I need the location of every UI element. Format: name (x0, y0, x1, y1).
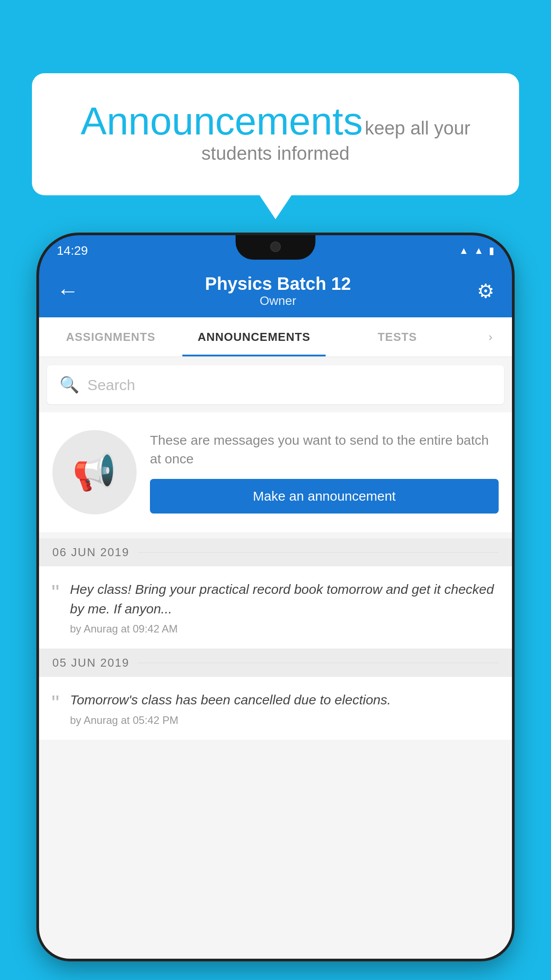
status-time: 14:29 (57, 244, 88, 258)
search-icon: 🔍 (59, 375, 79, 394)
phone-notch (236, 235, 315, 260)
announcement-text-2: Tomorrow's class has been cancelled due … (70, 690, 500, 710)
tab-announcements[interactable]: ANNOUNCEMENTS (182, 317, 326, 356)
wifi-icon: ▲ (459, 245, 468, 257)
speech-bubble-container: Announcements keep all your students inf… (32, 73, 519, 195)
megaphone-icon: 📢 (72, 451, 117, 493)
phone-content: 🔍 Search 📢 These are messages you want t… (39, 357, 512, 959)
date-separator-2: 05 JUN 2019 (39, 649, 512, 677)
announcement-content-1: Hey class! Bring your practical record b… (70, 580, 500, 635)
announcement-content-2: Tomorrow's class has been cancelled due … (70, 690, 500, 727)
promo-text: These are messages you want to send to t… (150, 431, 499, 468)
app-bar: ← Physics Batch 12 Owner ⚙ (39, 264, 512, 317)
announcement-meta-2: by Anurag at 05:42 PM (70, 714, 178, 726)
phone-frame: 14:29 ▲ ▲ ▮ ← Physics Batch 12 Owner ⚙ A… (39, 235, 512, 959)
app-bar-title-container: Physics Batch 12 Owner (83, 274, 472, 308)
speech-bubble-title: Announcements (81, 99, 363, 143)
tab-assignments[interactable]: ASSIGNMENTS (39, 317, 182, 356)
signal-icon: ▲ (474, 245, 484, 257)
quote-icon-2: " (51, 692, 59, 715)
announcement-promo: 📢 These are messages you want to send to… (39, 412, 512, 532)
back-button[interactable]: ← (52, 273, 83, 308)
app-bar-title: Physics Batch 12 (83, 274, 472, 294)
date-separator-line-1 (138, 552, 499, 553)
status-icons: ▲ ▲ ▮ (459, 245, 494, 257)
announcement-text-1: Hey class! Bring your practical record b… (70, 580, 500, 618)
announcement-item-2[interactable]: " Tomorrow's class has been cancelled du… (39, 677, 512, 740)
date-separator-text-2: 05 JUN 2019 (52, 656, 130, 670)
tab-tests[interactable]: TESTS (326, 317, 469, 356)
search-bar[interactable]: 🔍 Search (47, 365, 504, 404)
battery-icon: ▮ (489, 245, 494, 257)
quote-icon-1: " (51, 582, 59, 604)
phone-container: 14:29 ▲ ▲ ▮ ← Physics Batch 12 Owner ⚙ A… (39, 235, 512, 980)
announcement-meta-1: by Anurag at 09:42 AM (70, 623, 178, 635)
date-separator-text-1: 06 JUN 2019 (52, 545, 130, 559)
announcement-item-1[interactable]: " Hey class! Bring your practical record… (39, 566, 512, 649)
promo-icon-circle: 📢 (52, 430, 137, 514)
tab-more[interactable]: › (469, 317, 512, 356)
settings-button[interactable]: ⚙ (472, 275, 499, 307)
date-separator-line-2 (138, 663, 499, 663)
search-placeholder: Search (87, 376, 135, 394)
date-separator-1: 06 JUN 2019 (39, 538, 512, 566)
promo-right: These are messages you want to send to t… (150, 431, 499, 514)
make-announcement-button[interactable]: Make an announcement (150, 479, 499, 514)
app-bar-subtitle: Owner (83, 294, 472, 308)
phone-camera (270, 241, 281, 252)
speech-bubble: Announcements keep all your students inf… (32, 73, 519, 195)
tabs-container: ASSIGNMENTS ANNOUNCEMENTS TESTS › (39, 317, 512, 357)
